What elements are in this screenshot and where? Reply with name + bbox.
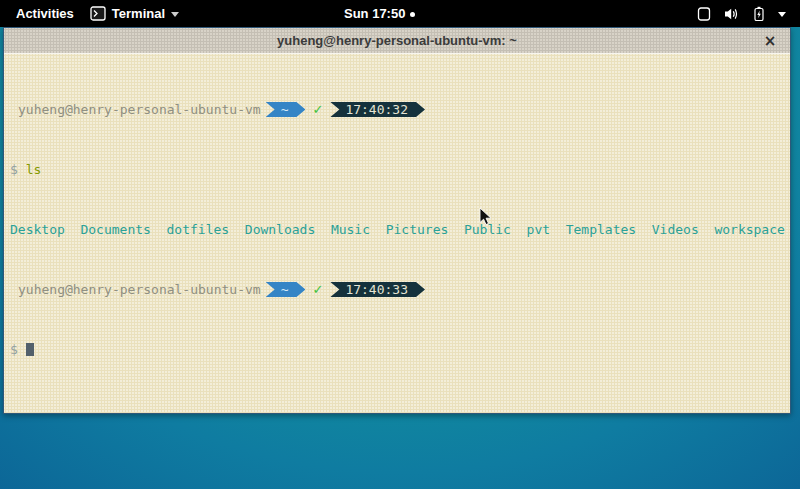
- volume-icon: [723, 6, 740, 22]
- gnome-top-bar: Activities Terminal Sun 17:50: [0, 0, 800, 27]
- prompt-path: ~: [281, 102, 289, 117]
- app-menu-terminal[interactable]: Terminal: [90, 6, 179, 21]
- prompt-path: ~: [281, 282, 289, 297]
- caret-down-icon: [171, 12, 179, 17]
- battery-charging-icon: [751, 6, 767, 22]
- window-title: yuheng@henry-personal-ubuntu-vm: ~: [277, 33, 517, 48]
- prompt-user-host: yuheng@henry-personal-ubuntu-vm: [10, 282, 261, 297]
- prompt-path-segment: ~: [266, 102, 306, 117]
- prompt-user-host: yuheng@henry-personal-ubuntu-vm: [10, 102, 261, 117]
- prompt-time: 17:40:32: [345, 102, 408, 117]
- typed-command: ls: [26, 162, 42, 177]
- screen-icon: [696, 6, 712, 22]
- prompt-time-segment: 17:40:33: [330, 282, 425, 297]
- terminal-app-icon: [90, 6, 106, 21]
- terminal-cursor: [26, 343, 34, 356]
- command-line: $ ls: [10, 162, 790, 177]
- prompt-line: yuheng@henry-personal-ubuntu-vm ~ ✓ 17:4…: [10, 102, 790, 117]
- close-button[interactable]: ×: [760, 28, 780, 54]
- status-check-icon: ✓: [312, 282, 323, 297]
- prompt-time: 17:40:33: [345, 282, 408, 297]
- prompt-char: $: [10, 162, 18, 177]
- prompt-char: $: [10, 342, 18, 357]
- prompt-time-segment: 17:40:32: [330, 102, 425, 117]
- terminal-content[interactable]: yuheng@henry-personal-ubuntu-vm ~ ✓ 17:4…: [4, 54, 790, 413]
- prompt-path-segment: ~: [266, 282, 306, 297]
- clock-button[interactable]: Sun 17:50: [344, 0, 415, 27]
- status-check-icon: ✓: [312, 102, 323, 117]
- window-titlebar[interactable]: yuheng@henry-personal-ubuntu-vm: ~ ×: [4, 28, 790, 54]
- clock-label: Sun 17:50: [344, 6, 405, 21]
- input-line[interactable]: $: [10, 342, 790, 357]
- terminal-window: yuheng@henry-personal-ubuntu-vm: ~ × yuh…: [3, 27, 791, 414]
- ls-output-line: Desktop Documents dotfiles Downloads Mus…: [10, 222, 790, 237]
- prompt-line: yuheng@henry-personal-ubuntu-vm ~ ✓ 17:4…: [10, 282, 790, 297]
- notification-dot-icon: [410, 12, 415, 17]
- caret-down-icon: [778, 12, 786, 17]
- activities-button[interactable]: Activities: [14, 4, 76, 23]
- app-menu-label: Terminal: [112, 6, 165, 21]
- system-status-area[interactable]: [696, 0, 800, 27]
